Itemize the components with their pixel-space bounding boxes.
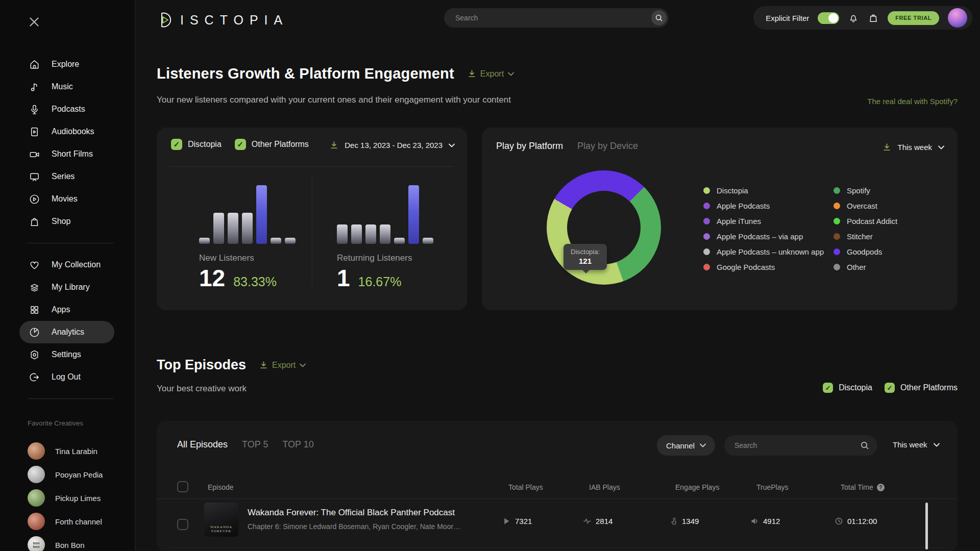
sidebar-item-label: My Collection <box>52 260 101 269</box>
checkbox-label: Other Platforms <box>900 383 958 392</box>
episode-title[interactable]: Wakanda Forever: The Official Black Pant… <box>248 508 455 518</box>
period-dropdown[interactable]: This week <box>893 440 940 449</box>
sidebar-item-my-collection[interactable]: My Collection <box>0 254 135 276</box>
grid-icon <box>29 304 40 316</box>
sidebar-item-explore[interactable]: Explore <box>0 53 135 76</box>
free-trial-badge[interactable]: FREE TRIAL <box>888 11 939 25</box>
checkbox-checked-icon: ✓ <box>885 383 895 393</box>
favorites-title: Favorite Creatives <box>28 419 135 427</box>
episode-thumbnail[interactable]: WAKANDA FOREVER <box>204 503 238 537</box>
metric-value: 01:12:00 <box>847 517 877 525</box>
bar <box>242 213 253 244</box>
creative-item[interactable]: Forth channel <box>0 510 135 533</box>
legend-label: Goodpods <box>847 247 882 256</box>
sidebar-item-music[interactable]: Music <box>0 76 135 98</box>
filter-other-platforms-checkbox[interactable]: ✓ Other Platforms <box>235 139 309 150</box>
date-range-picker[interactable]: Dec 13, 2023 - Dec 23, 2023 <box>330 141 455 149</box>
metric-value: 1349 <box>682 517 699 525</box>
legend-item: Apple Podcasts – via app <box>703 229 824 244</box>
close-icon[interactable] <box>28 15 41 29</box>
legend-dot <box>834 248 840 255</box>
export-button[interactable]: Export <box>259 361 306 370</box>
sidebar-item-label: Short Films <box>52 149 93 159</box>
sidebar-item-shop[interactable]: Shop <box>0 210 135 233</box>
search-input[interactable] <box>444 14 651 22</box>
legend-label: Overcast <box>847 202 877 210</box>
new-listeners-value: 12 <box>199 264 225 292</box>
sidebar-item-series[interactable]: Series <box>0 165 135 188</box>
creative-item[interactable]: Pickup Limes <box>0 486 135 510</box>
sidebar-item-audiobooks[interactable]: Audiobooks <box>0 120 135 143</box>
user-avatar[interactable] <box>948 8 967 28</box>
sidebar-item-label: Analytics <box>52 328 84 337</box>
select-all-checkbox[interactable] <box>177 481 188 492</box>
search-button[interactable] <box>651 10 667 26</box>
global-search <box>444 8 669 28</box>
filter-disctopia-checkbox[interactable]: ✓ Disctopia <box>823 383 872 393</box>
legend-dot <box>834 264 840 270</box>
legend-label: Apple iTunes <box>717 217 761 226</box>
creative-name: Bon Bon <box>55 541 85 549</box>
tooltip-label: Disctopia: <box>571 248 600 256</box>
creative-item[interactable]: Pooyan Pedia <box>0 463 135 486</box>
creative-name: Pickup Limes <box>55 494 101 503</box>
filter-other-platforms-checkbox[interactable]: ✓ Other Platforms <box>885 383 958 393</box>
sidebar-item-apps[interactable]: Apps <box>0 298 135 321</box>
table-scrollbar[interactable] <box>925 503 928 549</box>
sidebar-item-settings[interactable]: Settings <box>0 343 135 366</box>
speaker-icon <box>751 517 758 525</box>
tab-play-by-device[interactable]: Play by Device <box>577 141 638 152</box>
sidebar-item-label: Series <box>52 172 75 181</box>
filter-disctopia-checkbox[interactable]: ✓ Disctopia <box>171 139 222 150</box>
legend-dot <box>834 218 840 224</box>
music-note-icon <box>29 81 40 93</box>
sidebar-divider <box>28 398 113 399</box>
chevron-down-icon <box>938 145 944 149</box>
search-icon[interactable] <box>860 441 869 450</box>
channel-dropdown[interactable]: Channel <box>657 435 715 456</box>
legend-dot <box>703 218 710 224</box>
sidebar-account-nav: My Collection My Library Apps Analytics … <box>0 254 135 388</box>
stat-label: Returning Listeners <box>337 253 412 263</box>
new-listeners-percent: 83.33% <box>233 274 277 289</box>
chevron-down-icon <box>934 443 940 447</box>
new-listeners-bar-chart <box>199 185 296 244</box>
sidebar-item-analytics[interactable]: Analytics <box>19 321 114 343</box>
divider <box>157 498 958 499</box>
tab-top-10[interactable]: TOP 10 <box>282 439 313 450</box>
creative-item[interactable]: Tina Larabin <box>0 439 135 463</box>
sidebar-item-movies[interactable]: Movies <box>0 188 135 210</box>
returning-listeners-bar-chart <box>337 185 433 244</box>
engage-plays-cell: 1349 <box>670 517 699 525</box>
brand-logo: ISCTOPIA <box>157 11 288 29</box>
tab-play-by-platform[interactable]: Play by Platform <box>496 141 563 152</box>
period-dropdown[interactable]: This week <box>883 143 944 152</box>
creative-name: Pooyan Pedia <box>55 470 103 479</box>
returning-listeners-value: 1 <box>337 264 350 292</box>
download-icon <box>330 141 338 149</box>
channel-label: Channel <box>666 441 695 450</box>
info-icon[interactable]: ? <box>877 484 885 491</box>
tap-icon <box>670 517 677 525</box>
sidebar-item-podcasts[interactable]: Podcasts <box>0 98 135 120</box>
sidebar-item-short-films[interactable]: Short Films <box>0 143 135 165</box>
tab-all-episodes[interactable]: All Episodes <box>177 439 228 450</box>
column-header-total-time: Total Time ? <box>841 483 885 491</box>
legend-item: Podcast Addict <box>834 213 897 229</box>
notifications-bell-icon[interactable] <box>848 12 859 23</box>
spotify-promo-link[interactable]: The real deal with Spotify? <box>867 97 958 106</box>
legend-dot <box>834 187 840 194</box>
sidebar-item-log-out[interactable]: Log Out <box>0 366 135 388</box>
top-episodes-title: Top Episodes <box>157 357 246 373</box>
episodes-search-input[interactable] <box>724 441 860 449</box>
shopping-bag-icon[interactable] <box>868 12 879 23</box>
sidebar-item-my-library[interactable]: My Library <box>0 276 135 298</box>
period-value: This week <box>897 143 932 152</box>
creative-item[interactable]: bon bon Bon Bon <box>0 533 135 551</box>
row-checkbox[interactable] <box>177 519 188 530</box>
tooltip-value: 121 <box>571 257 600 265</box>
period-value: This week <box>893 440 927 449</box>
export-button[interactable]: Export <box>468 69 514 79</box>
explicit-filter-toggle[interactable] <box>818 12 839 24</box>
tab-top-5[interactable]: TOP 5 <box>242 439 268 450</box>
